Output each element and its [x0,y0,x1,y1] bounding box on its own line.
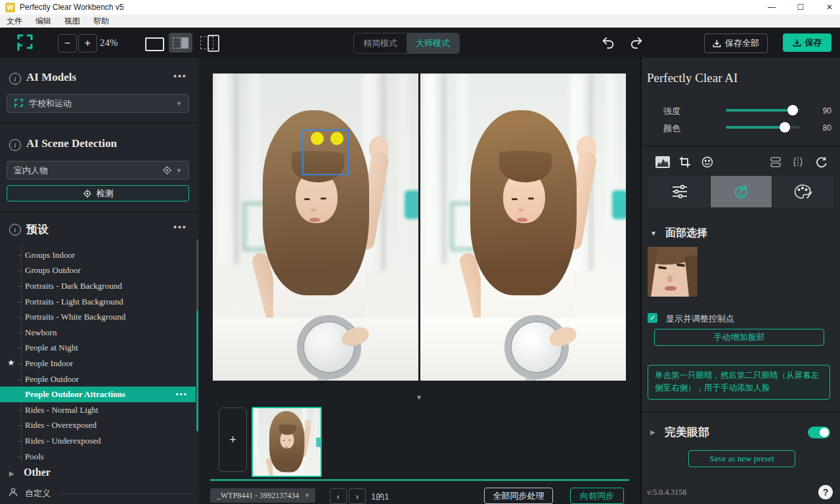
show-control-points-label: 显示并调整控制点 [666,313,734,325]
presets-more-icon[interactable]: ••• [173,222,187,232]
add-face-button[interactable]: 手动增加脸部 [654,329,824,346]
tab-face-retouch[interactable] [711,176,772,207]
add-image-button[interactable]: + [219,408,247,472]
chevron-right-icon[interactable]: ▶ [9,470,14,477]
filmstrip-scrollbar[interactable] [210,479,629,481]
preset-label: People Outdoor Attractions [25,389,125,400]
maximize-button[interactable]: ☐ [786,0,815,14]
preset-label: People Indoor [25,358,73,369]
rotate-icon[interactable] [816,156,828,168]
preset-item[interactable]: Groups Outdoor [0,263,196,279]
preset-item[interactable]: People at Night [0,341,196,356]
color-value: 80 [814,123,831,133]
chevron-down-icon[interactable]: ▼ [650,230,657,237]
strength-slider[interactable] [726,105,800,116]
preset-item[interactable]: Rides - Overexposed [0,418,196,434]
canvas-stage: ▼ + [199,58,640,504]
next-image-button[interactable]: › [349,488,366,504]
save-all-label: 保存全部 [725,37,759,49]
other-group[interactable]: Other [24,467,51,478]
zoom-in-button[interactable]: + [78,34,97,52]
flip-horizontal-icon[interactable] [792,156,804,168]
info-icon[interactable]: i [9,224,21,236]
filmstrip-thumbnail-selected[interactable] [252,407,322,477]
tab-adjustments[interactable] [649,176,711,207]
image-before[interactable] [213,74,418,381]
preset-label: Rides - Overexposed [25,420,97,430]
tab-color-palette[interactable] [772,176,833,207]
menu-file[interactable]: 文件 [0,16,29,27]
download-icon [713,39,721,48]
divider [0,122,199,123]
slider-thumb[interactable] [787,105,798,116]
preset-item[interactable]: Portraits - Dark Background [0,278,196,294]
menu-edit[interactable]: 编辑 [29,16,58,27]
preset-scrollbar-track[interactable] [196,240,198,310]
info-icon[interactable]: i [9,139,21,151]
preset-item[interactable]: Rides - Normal Light [0,402,196,418]
custom-presets[interactable]: 自定义 [25,488,51,499]
previous-image-button[interactable]: ‹ [330,488,347,504]
image-after[interactable] [420,74,626,381]
ai-models-more-icon[interactable]: ••• [173,71,187,81]
split-view-icon[interactable] [169,33,192,52]
slider-thumb[interactable] [780,122,790,133]
color-slider[interactable] [726,122,800,133]
preset-item[interactable]: People Outdoor [0,371,196,387]
mode-simple-button[interactable]: 精简模式 [354,33,407,53]
flip-vertical-icon[interactable] [770,156,782,168]
save-as-new-preset-button[interactable]: Save as new preset [688,450,795,467]
zoom-out-button[interactable]: − [58,34,77,52]
crop-icon[interactable] [679,156,691,168]
face-section-title: 面部选择 [665,226,707,240]
undo-icon[interactable] [601,35,615,50]
menu-help[interactable]: 帮助 [87,16,116,27]
redo-icon[interactable] [629,35,644,50]
perfectly-clear-logo-icon [14,98,24,108]
single-view-icon[interactable] [145,37,164,51]
info-icon[interactable]: i [9,73,21,85]
histogram-icon[interactable] [655,156,670,168]
photo-art [420,74,626,381]
title-bar: W Perfectly Clear Workbench v5 [0,0,840,14]
face-smiley-icon[interactable] [701,156,713,168]
left-eye-control-point[interactable] [311,132,324,145]
target-icon [162,165,172,175]
preset-item[interactable]: Rides - Underexposed [0,433,196,449]
preset-item[interactable]: Portraits - White Background [0,309,196,325]
preset-item[interactable]: Newborn [0,325,196,341]
sync-forward-button[interactable]: 向前同步 [570,488,624,504]
preset-label: People Outdoor [25,374,79,385]
close-button[interactable]: ✕ [815,0,840,14]
save-label: 保存 [805,37,822,49]
perfect-eyes-toggle[interactable] [808,427,830,438]
preset-item[interactable]: Pools [0,449,196,465]
save-button[interactable]: 保存 [783,33,831,52]
chevron-right-icon[interactable]: ▶ [650,429,655,436]
preset-item-starred[interactable]: ★People Indoor [0,356,196,371]
right-eye-control-point[interactable] [330,132,343,145]
preset-label: Rides - Underexposed [25,436,101,446]
preset-item-selected[interactable]: People Outdoor Attractions••• [0,387,196,402]
mode-master-button[interactable]: 大师模式 [407,33,459,53]
menu-view[interactable]: 视图 [58,16,87,27]
page-indicator: 1的1 [371,491,389,503]
sync-all-button[interactable]: 全部同步处理 [484,488,553,504]
preset-item[interactable]: Portraits - Light Background [0,294,196,310]
preset-more-icon[interactable]: ••• [175,390,188,400]
ai-model-dropdown[interactable]: 学校和运动 ▼ [7,94,189,113]
filmstrip-collapse-icon[interactable]: ▼ [416,394,422,401]
preset-scrollbar-thumb[interactable] [196,310,198,431]
scene-dropdown[interactable]: 室内人物 ▼ [7,161,189,180]
minimize-button[interactable]: — [757,0,786,14]
face-thumbnail[interactable] [648,247,697,297]
file-dropdown[interactable]: _WTP8441 - 3992137434 ▼ [210,488,315,503]
help-button[interactable]: ? [818,485,833,499]
detect-button[interactable]: 检测 [7,185,189,201]
preset-item[interactable]: Groups Indoor [0,247,196,263]
compare-view-icon[interactable] [200,35,220,51]
save-all-button[interactable]: 保存全部 [704,33,768,53]
preset-label: Newborn [25,327,56,338]
show-control-points-checkbox[interactable]: ✓ [648,313,657,323]
menu-bar: 文件 编辑 视图 帮助 [0,14,840,28]
